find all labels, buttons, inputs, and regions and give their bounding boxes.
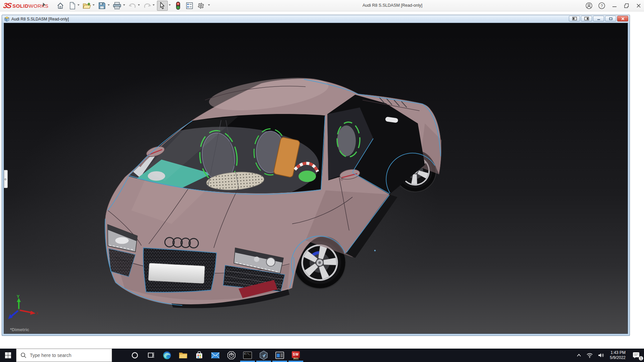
print-icon: [113, 2, 121, 9]
file-properties-icon: [186, 2, 193, 9]
brand-bold: SOLID: [12, 3, 29, 9]
solidworks-logo-mark: 3S: [3, 1, 12, 10]
document-restore-button[interactable]: [605, 16, 616, 21]
clock[interactable]: 1:43 PM 5/9/2022: [607, 349, 629, 362]
running-indicator: [240, 361, 255, 362]
close-button[interactable]: [633, 1, 644, 11]
print-button[interactable]: [112, 1, 122, 11]
volume-button[interactable]: [595, 349, 607, 362]
redo-button[interactable]: [142, 1, 153, 11]
car-model-render[interactable]: [4, 23, 628, 334]
home-button[interactable]: [55, 1, 66, 11]
select-dropdown[interactable]: [169, 4, 171, 6]
new-document-dropdown[interactable]: [77, 4, 79, 6]
search-input[interactable]: [30, 353, 104, 358]
network-button[interactable]: [584, 349, 595, 362]
cortana-icon: [131, 352, 139, 359]
account-button[interactable]: [584, 1, 594, 11]
taskbar-app-window[interactable]: [272, 349, 288, 362]
svg-text:?: ?: [601, 4, 603, 8]
hidden-icons-button[interactable]: [574, 349, 584, 362]
edge-browser-icon: [163, 351, 171, 360]
task-view-icon: [147, 352, 155, 359]
action-center-button[interactable]: 1: [629, 349, 644, 362]
microsoft-store-icon: [195, 351, 203, 359]
document-minimize-button[interactable]: [593, 16, 604, 21]
taskbar-app-3d-viewer[interactable]: [223, 349, 239, 362]
taskbar-app-file-explorer[interactable]: [175, 349, 191, 362]
home-icon: [57, 2, 64, 9]
taskbar-app-edge[interactable]: [159, 349, 175, 362]
rebuild-button[interactable]: [173, 1, 183, 11]
open-folder-icon: [83, 2, 91, 9]
menu-expand-arrow-icon[interactable]: [43, 3, 45, 7]
view-orientation-label: *Dimetric: [10, 327, 29, 332]
minimize-button[interactable]: [609, 1, 620, 11]
chevron-up-icon: [576, 353, 582, 357]
options-dropdown[interactable]: [208, 4, 210, 6]
window-title: Audi R8 S.SLDASM [Read-only]: [363, 3, 423, 8]
new-document-button[interactable]: [67, 1, 78, 11]
save-dropdown[interactable]: [108, 4, 110, 6]
close-icon: [636, 3, 642, 9]
command-prompt-icon: C:\_: [243, 352, 252, 359]
document-window: Audi R8 S.SLDASM [Read-only]: [2, 15, 630, 336]
featuremanager-splitter-tab[interactable]: [4, 170, 8, 188]
help-icon: ?: [598, 2, 605, 9]
taskbar-search[interactable]: [16, 349, 112, 362]
options-button[interactable]: [196, 1, 206, 11]
help-button[interactable]: ?: [596, 1, 607, 11]
application-titlebar: 3S SOLIDWORKS: [0, 0, 644, 11]
clock-time: 1:43 PM: [610, 350, 626, 355]
new-document-icon: [69, 2, 76, 9]
left-pane-icon: [572, 17, 577, 20]
triad-x-label: X: [36, 311, 38, 316]
blue-window-app-icon: [275, 352, 284, 359]
account-icon: [585, 2, 593, 9]
cortana-button[interactable]: [127, 349, 143, 362]
start-button[interactable]: [0, 349, 16, 362]
restore-icon: [624, 3, 630, 9]
restore-button[interactable]: [621, 1, 632, 11]
document-restore-icon: [609, 17, 613, 20]
open-dropdown[interactable]: [93, 4, 95, 6]
task-view-button[interactable]: [143, 349, 159, 362]
taskbar-app-edrawings[interactable]: [256, 349, 272, 362]
assembly-document-icon: [4, 16, 10, 22]
document-titlebar[interactable]: Audi R8 S.SLDASM [Read-only]: [2, 15, 630, 23]
3d-viewer-icon: [227, 351, 236, 360]
document-close-button[interactable]: [617, 16, 628, 21]
open-button[interactable]: [82, 1, 92, 11]
minimize-icon: [611, 3, 618, 9]
rebuild-stoplight-icon: [175, 1, 181, 10]
graphics-area[interactable]: Y X *Dimetric: [4, 23, 628, 334]
solidworks-2021-icon: SW 2021: [291, 350, 301, 360]
show-right-pane-button[interactable]: [581, 16, 592, 21]
file-properties-button[interactable]: [184, 1, 195, 11]
select-cursor-icon: [159, 2, 166, 9]
redo-dropdown[interactable]: [153, 4, 155, 6]
windows-start-icon: [5, 352, 11, 359]
taskbar-app-command-prompt[interactable]: C:\_: [239, 349, 256, 362]
print-dropdown[interactable]: [123, 4, 125, 6]
running-indicator: [288, 361, 303, 362]
file-explorer-icon: [179, 352, 187, 359]
taskbar: C:\_ SW 2021: [0, 349, 644, 362]
brand-light: WORKS: [29, 3, 48, 9]
taskbar-app-mail[interactable]: [207, 349, 223, 362]
taskbar-app-solidworks[interactable]: SW 2021: [288, 349, 304, 362]
notification-badge: 1: [639, 356, 643, 361]
wifi-icon: [586, 353, 593, 358]
solidworks-logo: 3S SOLIDWORKS: [3, 1, 48, 10]
undo-icon: [128, 2, 137, 9]
document-minimize-icon: [597, 17, 601, 20]
undo-button[interactable]: [127, 1, 138, 11]
taskbar-app-store[interactable]: [191, 349, 207, 362]
redo-icon: [143, 2, 151, 9]
select-tool-button[interactable]: [157, 1, 168, 11]
undo-dropdown[interactable]: [138, 4, 140, 6]
volume-icon: [598, 353, 604, 358]
show-left-pane-button[interactable]: [569, 16, 580, 21]
search-icon: [20, 352, 26, 358]
save-button[interactable]: [97, 1, 107, 11]
